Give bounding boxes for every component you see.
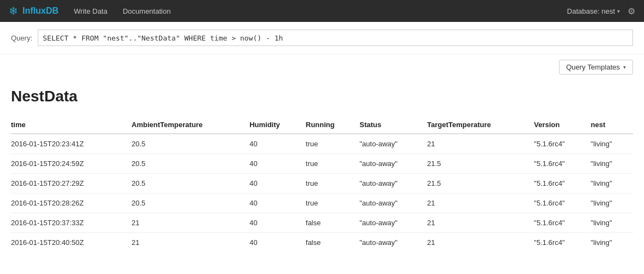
db-dropdown-arrow-icon: ▾ [617, 8, 620, 14]
table-row: 2016-01-15T20:27:29Z20.540true"auto-away… [11, 174, 633, 193]
cell-target_temp: 21.5 [427, 154, 534, 174]
table-header: time AmbientTemperature Humidity Running… [11, 116, 633, 134]
cell-target_temp: 21 [427, 193, 534, 213]
data-table: time AmbientTemperature Humidity Running… [11, 116, 633, 252]
col-header-target-temp: TargetTemperature [427, 116, 534, 134]
table-header-row: time AmbientTemperature Humidity Running… [11, 116, 633, 134]
cell-humidity: 40 [249, 213, 306, 233]
cell-nest: "living" [591, 193, 633, 213]
cell-ambient_temp: 21 [132, 213, 249, 233]
cell-running: true [306, 154, 360, 174]
cell-status: "auto-away" [360, 213, 427, 233]
cell-humidity: 40 [249, 233, 306, 253]
cell-target_temp: 21 [427, 213, 534, 233]
logo-text[interactable]: InfluxDB [22, 6, 59, 16]
cell-ambient_temp: 20.5 [132, 134, 249, 154]
table-row: 2016-01-15T20:40:50Z2140false"auto-away"… [11, 233, 633, 253]
table-title: NestData [11, 88, 633, 105]
cell-nest: "living" [591, 174, 633, 193]
cell-status: "auto-away" [360, 193, 427, 213]
cell-time: 2016-01-15T20:37:33Z [11, 213, 132, 233]
col-header-time: time [11, 116, 132, 134]
navbar-right: Database: nest ▾ ⚙ [567, 6, 635, 16]
cell-humidity: 40 [249, 193, 306, 213]
cell-status: "auto-away" [360, 233, 427, 253]
col-header-status: Status [360, 116, 427, 134]
query-input[interactable] [38, 30, 633, 46]
main-content: NestData time AmbientTemperature Humidit… [0, 75, 644, 263]
nav-documentation[interactable]: Documentation [123, 7, 170, 15]
cell-humidity: 40 [249, 154, 306, 174]
cell-status: "auto-away" [360, 174, 427, 193]
cell-nest: "living" [591, 233, 633, 253]
cell-time: 2016-01-15T20:28:26Z [11, 193, 132, 213]
cell-ambient_temp: 20.5 [132, 174, 249, 193]
cell-version: "5.1.6rc4" [534, 174, 590, 193]
database-label: Database: nest [567, 7, 615, 15]
query-label: Query: [11, 34, 32, 42]
nav-write-data[interactable]: Write Data [74, 7, 107, 15]
cell-version: "5.1.6rc4" [534, 233, 590, 253]
query-templates-arrow-icon: ▾ [623, 64, 626, 70]
logo-snowflake-icon: ❄ [9, 4, 18, 18]
cell-version: "5.1.6rc4" [534, 134, 590, 154]
cell-time: 2016-01-15T20:23:41Z [11, 134, 132, 154]
query-bar: Query: [0, 22, 644, 54]
cell-humidity: 40 [249, 174, 306, 193]
templates-row: Query Templates ▾ [0, 54, 644, 75]
cell-version: "5.1.6rc4" [534, 193, 590, 213]
cell-time: 2016-01-15T20:40:50Z [11, 233, 132, 253]
cell-target_temp: 21 [427, 134, 534, 154]
table-row: 2016-01-15T20:24:59Z20.540true"auto-away… [11, 154, 633, 174]
cell-time: 2016-01-15T20:24:59Z [11, 154, 132, 174]
cell-ambient_temp: 21 [132, 233, 249, 253]
table-body: 2016-01-15T20:23:41Z20.540true"auto-away… [11, 134, 633, 252]
query-templates-button[interactable]: Query Templates ▾ [559, 60, 633, 75]
col-header-nest: nest [591, 116, 633, 134]
table-row: 2016-01-15T20:28:26Z20.540true"auto-away… [11, 193, 633, 213]
col-header-humidity: Humidity [249, 116, 306, 134]
cell-ambient_temp: 20.5 [132, 193, 249, 213]
table-row: 2016-01-15T20:37:33Z2140false"auto-away"… [11, 213, 633, 233]
cell-ambient_temp: 20.5 [132, 154, 249, 174]
cell-humidity: 40 [249, 134, 306, 154]
cell-running: false [306, 233, 360, 253]
table-row: 2016-01-15T20:23:41Z20.540true"auto-away… [11, 134, 633, 154]
navbar: ❄ InfluxDB Write Data Documentation Data… [0, 0, 644, 22]
cell-running: true [306, 174, 360, 193]
cell-version: "5.1.6rc4" [534, 213, 590, 233]
logo-area: ❄ InfluxDB [9, 4, 59, 18]
col-header-ambient-temp: AmbientTemperature [132, 116, 249, 134]
cell-running: true [306, 134, 360, 154]
cell-nest: "living" [591, 213, 633, 233]
cell-status: "auto-away" [360, 134, 427, 154]
cell-time: 2016-01-15T20:27:29Z [11, 174, 132, 193]
cell-running: true [306, 193, 360, 213]
gear-icon[interactable]: ⚙ [628, 6, 635, 16]
cell-target_temp: 21.5 [427, 174, 534, 193]
cell-nest: "living" [591, 154, 633, 174]
col-header-running: Running [306, 116, 360, 134]
query-templates-label: Query Templates [566, 63, 620, 71]
cell-running: false [306, 213, 360, 233]
navbar-left: ❄ InfluxDB Write Data Documentation [9, 4, 170, 18]
database-selector[interactable]: Database: nest ▾ [567, 7, 620, 15]
cell-status: "auto-away" [360, 154, 427, 174]
cell-version: "5.1.6rc4" [534, 154, 590, 174]
cell-nest: "living" [591, 134, 633, 154]
col-header-version: Version [534, 116, 590, 134]
cell-target_temp: 21 [427, 233, 534, 253]
